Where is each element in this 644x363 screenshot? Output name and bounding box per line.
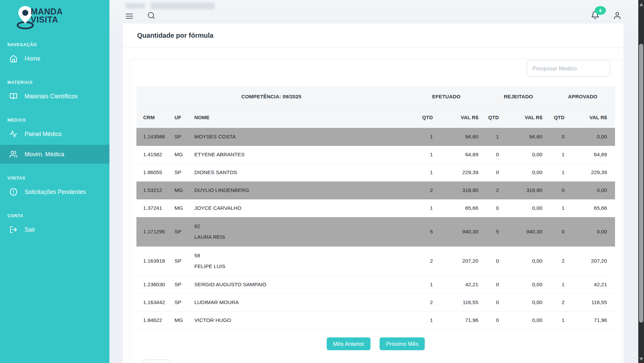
nome-cell: DUYLIO LINDENBERG (190, 181, 406, 199)
col-header-nome: NOME (190, 107, 406, 128)
col-header-val-rejeitado: VAL R$ (507, 107, 550, 128)
table-row[interactable]: 1.84622MGVICTOR HUGO171,9600,00171,96 (136, 311, 615, 329)
val-cell: 229,39 (573, 163, 615, 181)
val-cell: 940,30 (441, 217, 486, 246)
hamburger-icon (125, 12, 134, 21)
sidebar-item-label: Painel Médico (25, 131, 62, 138)
qtd-cell: 1 (550, 163, 573, 181)
blurred-breadcrumb-2 (151, 2, 215, 9)
uf-cell: MG (170, 145, 190, 163)
val-cell: 0,00 (573, 217, 615, 246)
sidebar-item-materiais-cientificos[interactable]: Materiais Científicos (0, 87, 109, 106)
sidebar-item-painel-medico[interactable]: Painel Médico (0, 125, 109, 143)
col-header-val-aprovado: VAL R$ (573, 107, 615, 128)
qtd-cell: 0 (486, 275, 507, 293)
val-cell: 0,00 (573, 128, 615, 145)
crm-cell: 1.37241 (136, 199, 170, 217)
val-cell: 65,66 (441, 199, 486, 217)
previous-month-button[interactable]: Mês Anterior (327, 337, 371, 350)
table-row[interactable]: 1.53212MGDUYLIO LINDENBERG2318,802318,80… (136, 181, 615, 199)
qtd-cell: 1 (406, 163, 441, 181)
sidebar-item-solicitacoes-pendentes[interactable]: Solicitações Pendentes (0, 183, 109, 201)
menu-toggle-button[interactable] (125, 12, 134, 21)
sidebar-item-sair[interactable]: Sair (0, 220, 109, 239)
sidebar-item-label: Materiais Científicos (25, 93, 78, 100)
scroll-up-arrow-icon[interactable] (639, 3, 643, 6)
medicos-table: COMPETÊNCIA: 09/2025 EFETUADO REJEITADO … (136, 87, 615, 329)
qtd-cell: 1 (406, 311, 441, 329)
group-header-row: COMPETÊNCIA: 09/2025 EFETUADO REJEITADO … (136, 87, 615, 107)
crm-cell: 1.163918 (136, 246, 170, 275)
partial-bottom-button[interactable] (142, 360, 171, 363)
qtd-cell: 1 (406, 145, 441, 163)
sidebar-item-label: Home (25, 55, 40, 62)
table-row[interactable]: 1.163918SP58FELIPE LUIS2207,2000,002207,… (136, 246, 615, 275)
nome-cell: VICTOR HUGO (190, 311, 406, 329)
activity-icon (9, 130, 18, 138)
crm-cell: 1.163442 (136, 293, 170, 311)
table-row[interactable]: 1.163442SPLUDIMAR MOURA2116,5500,002116,… (136, 293, 615, 311)
qtd-cell: 1 (406, 199, 441, 217)
qtd-cell: 5 (406, 217, 441, 246)
pagination-buttons: Mês Anterior Próximo Mês (136, 337, 615, 350)
qtd-cell: 1 (406, 128, 441, 145)
val-cell: 116,55 (441, 293, 486, 311)
col-header-qtd-rejeitado: QTD (486, 107, 507, 128)
qtd-cell: 1 (550, 275, 573, 293)
qtd-cell: 0 (486, 293, 507, 311)
val-cell: 207,20 (441, 246, 486, 275)
val-cell: 42,21 (573, 275, 615, 293)
global-search-button[interactable] (147, 11, 155, 20)
competencia-header: COMPETÊNCIA: 09/2025 (136, 87, 406, 107)
table-row[interactable]: 1.86055SPDIONES SANTOS1229,3900,001229,3… (136, 163, 615, 181)
scrollbar-thumb[interactable] (639, 44, 643, 323)
table-row[interactable]: 1.143588SPMOYSES COSTA194,60194,6000,00 (136, 128, 615, 145)
page-title: Quantidade por fórmula (123, 24, 623, 39)
table-row[interactable]: 1.236030SPSERGIO AUGUSTO SAMPAIO142,2100… (136, 275, 615, 293)
val-cell: 94,60 (441, 128, 486, 145)
brand-logo: MANDA VISITA (0, 0, 109, 34)
search-medico-input[interactable] (527, 60, 610, 77)
book-open-icon (9, 92, 18, 100)
val-cell: 940,30 (507, 217, 550, 246)
group-header-rejeitado: REJEITADO (486, 87, 550, 107)
col-header-crm: CRM (136, 107, 170, 128)
table-row[interactable]: 1.171295SP62LAURA REIS5940,305940,3000,0… (136, 217, 615, 246)
main-area: 6 Quantidade por fórmula COMPETÊNCIA: 09… (109, 0, 644, 363)
qtd-cell: 1 (550, 199, 573, 217)
qtd-cell: 1 (550, 145, 573, 163)
user-menu-button[interactable] (613, 11, 621, 20)
nome-cell: JOYCE CARVALHO (190, 199, 406, 217)
nome-line-bottom: FELIPE LUIS (194, 261, 406, 272)
val-cell: 0,00 (507, 163, 550, 181)
uf-cell: SP (170, 128, 190, 145)
val-cell: 0,00 (573, 181, 615, 199)
section-label-medico: MÉDICO (7, 118, 109, 123)
uf-cell: SP (170, 246, 190, 275)
uf-cell: SP (170, 293, 190, 311)
crm-cell: 1.41582 (136, 145, 170, 163)
qtd-cell: 2 (486, 181, 507, 199)
qtd-cell: 0 (486, 145, 507, 163)
val-cell: 116,55 (573, 293, 615, 311)
next-month-button[interactable]: Próximo Mês (380, 337, 425, 350)
qtd-cell: 1 (406, 275, 441, 293)
nome-cell: DIONES SANTOS (190, 163, 406, 181)
crm-cell: 1.86055 (136, 163, 170, 181)
col-header-qtd-aprovado: QTD (550, 107, 573, 128)
sidebar-item-home[interactable]: Home (0, 49, 109, 68)
val-cell: 71,96 (441, 311, 486, 329)
nome-cell: ETYENE ABRANTES (190, 145, 406, 163)
val-cell: 207,20 (573, 246, 615, 275)
sidebar-item-label: Sair (25, 226, 35, 233)
table-row[interactable]: 1.41582MGETYENE ABRANTES164,8900,00164,8… (136, 145, 615, 163)
table-row[interactable]: 1.37241MGJOYCE CARVALHO165,6600,00165,66 (136, 199, 615, 217)
scroll-down-arrow-icon[interactable] (639, 358, 643, 361)
uf-cell: SP (170, 275, 190, 293)
qtd-cell: 0 (486, 163, 507, 181)
sidebar-item-movim-medica[interactable]: Movim. Médica (0, 145, 109, 164)
table-body: 1.143588SPMOYSES COSTA194,60194,6000,001… (136, 128, 615, 329)
val-cell: 71,96 (573, 311, 615, 329)
vertical-scrollbar[interactable] (638, 0, 644, 363)
alert-circle-icon (9, 188, 18, 196)
